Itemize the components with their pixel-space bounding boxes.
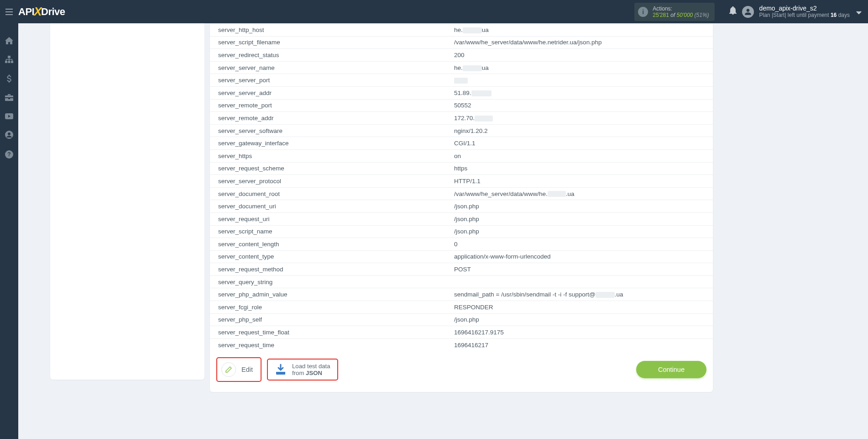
row-value: HTTP/1.1 (450, 175, 713, 188)
row-key: server_remote_addr (210, 112, 450, 125)
table-row: server_request_schemehttps (210, 162, 713, 175)
user-circle-icon (5, 131, 13, 139)
logo[interactable]: API X Drive (18, 5, 65, 19)
row-value: CGI/1.1 (450, 137, 713, 150)
logo-part2: Drive (41, 6, 65, 18)
row-key: server_server_software (210, 124, 450, 137)
table-row: server_document_root/var/www/he_server/d… (210, 187, 713, 200)
table-row: server_remote_port50552 (210, 99, 713, 112)
table-row: server_server_softwarenginx/1.20.2 (210, 124, 713, 137)
row-key: server_query_string (210, 275, 450, 288)
svg-rect-1 (5, 61, 7, 63)
table-row: server_httpson (210, 149, 713, 162)
user-text: demo_apix-drive_s2 Plan |Start| left unt… (759, 5, 850, 19)
row-key: server_request_scheme (210, 162, 450, 175)
pencil-icon (225, 366, 232, 373)
row-key: server_content_length (210, 238, 450, 251)
table-row: server_request_methodPOST (210, 263, 713, 276)
left-sidebar: ? (0, 23, 18, 439)
row-key: server_fcgi_role (210, 301, 450, 314)
load-line2a: from (292, 370, 306, 376)
chevron-down-icon (856, 11, 862, 15)
row-key: server_document_root (210, 187, 450, 200)
row-value (450, 74, 713, 87)
actions-limit: 50'000 (677, 12, 693, 18)
highlight-load: Load test data from JSON (267, 359, 338, 381)
avatar-icon (742, 6, 754, 18)
row-key: server_request_uri (210, 212, 450, 225)
redacted (463, 65, 482, 71)
row-key: server_https (210, 149, 450, 162)
svg-rect-0 (8, 56, 10, 58)
row-value: 172.70. (450, 112, 713, 125)
sidebar-connections[interactable] (0, 56, 18, 65)
user-menu-caret[interactable] (856, 8, 862, 16)
row-value: application/x-www-form-urlencoded (450, 250, 713, 263)
youtube-icon (5, 113, 13, 119)
svg-text:?: ? (7, 151, 10, 158)
sidebar-billing[interactable] (0, 74, 18, 85)
sidebar-tools[interactable] (0, 94, 18, 103)
load-line1: Load test data (292, 363, 330, 370)
actions-counter[interactable]: i Actions: 25'281 of 50'000 (51%) (634, 3, 714, 21)
actions-pct: (51%) (695, 12, 709, 18)
scroll-area[interactable]: server_http_hosthe.uaserver_script_filen… (18, 23, 868, 439)
bell-icon (729, 6, 737, 15)
row-value: /var/www/he_server/data/www/he.netrider.… (450, 36, 713, 49)
continue-button[interactable]: Continue (636, 361, 706, 378)
table-row: server_remote_addr172.70. (210, 112, 713, 125)
row-key: server_script_filename (210, 36, 450, 49)
row-value: he.ua (450, 61, 713, 74)
row-value: he.ua (450, 24, 713, 37)
row-value: 1696416217.9175 (450, 326, 713, 339)
table-row: server_gateway_interfaceCGI/1.1 (210, 137, 713, 150)
svg-rect-3 (11, 61, 13, 63)
redacted (548, 191, 566, 197)
table-row: server_request_time1696416217 (210, 339, 713, 351)
table-row: server_query_string (210, 275, 713, 288)
logo-part1: API (18, 6, 34, 18)
table-row: server_script_filename/var/www/he_server… (210, 36, 713, 49)
edit-label: Edit (241, 366, 253, 373)
highlight-edit: Edit (216, 357, 261, 382)
row-value: /var/www/he_server/data/www/he..ua (450, 187, 713, 200)
row-value: /json.php (450, 212, 713, 225)
row-value: /json.php (450, 225, 713, 238)
row-key: server_script_name (210, 225, 450, 238)
table-row: server_server_namehe.ua (210, 61, 713, 74)
table-row: server_fcgi_roleRESPONDER (210, 301, 713, 314)
svg-rect-9 (276, 372, 285, 375)
row-key: server_server_protocol (210, 175, 450, 188)
actions-text: Actions: 25'281 of 50'000 (51%) (653, 5, 709, 18)
row-value (450, 275, 713, 288)
redacted (454, 78, 468, 84)
sidebar-account[interactable] (0, 131, 18, 141)
hamburger-icon (5, 9, 13, 15)
redacted (463, 27, 482, 33)
user-menu[interactable]: demo_apix-drive_s2 Plan |Start| left unt… (742, 5, 868, 19)
table-row: server_document_uri/json.php (210, 200, 713, 213)
row-value: /json.php (450, 313, 713, 326)
table-row: server_server_protocolHTTP/1.1 (210, 175, 713, 188)
notifications-button[interactable] (724, 6, 742, 17)
load-json-button[interactable]: Load test data from JSON (270, 362, 335, 377)
row-key: server_redirect_status (210, 49, 450, 62)
user-plan-prefix: Plan |Start| left until payment (759, 12, 829, 18)
row-value: sendmail_path = /usr/sbin/sendmail -t -i… (450, 288, 713, 301)
row-key: server_php_self (210, 313, 450, 326)
row-key: server_gateway_interface (210, 137, 450, 150)
sitemap-icon (5, 56, 13, 63)
row-value: 1696416217 (450, 339, 713, 351)
edit-button[interactable]: Edit (220, 360, 258, 379)
menu-toggle[interactable] (0, 9, 18, 15)
load-line2b: JSON (306, 370, 322, 376)
sidebar-home[interactable] (0, 37, 18, 47)
row-key: server_server_port (210, 74, 450, 87)
row-value: 0 (450, 238, 713, 251)
table-row: server_request_time_float1696416217.9175 (210, 326, 713, 339)
footer-row: Edit Load test data from JSON Continue (210, 357, 713, 382)
sidebar-help[interactable]: ? (0, 150, 18, 161)
table-row: server_server_addr51.89. (210, 86, 713, 99)
sidebar-video[interactable] (0, 112, 18, 122)
home-icon (5, 37, 13, 44)
